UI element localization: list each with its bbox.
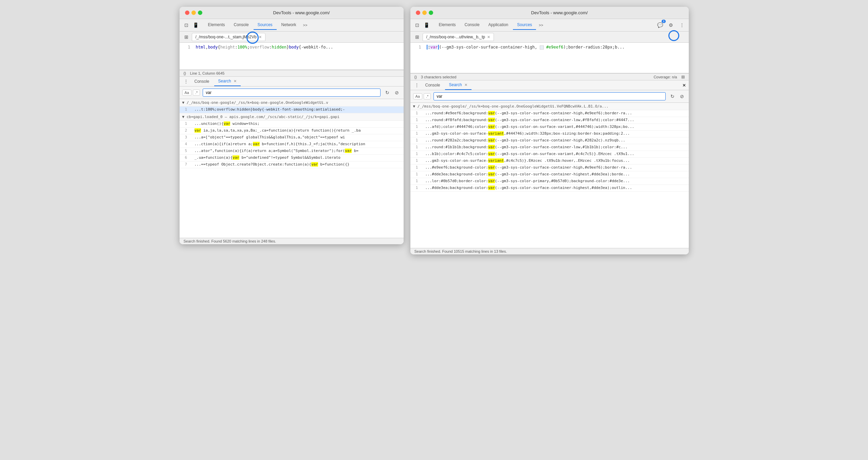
right-result-row-8[interactable]: 1 ...gm3-sys-color-on-surface-variant,#c… xyxy=(410,158,689,165)
right-result-row-11[interactable]: 1 ...lor:#0b57d0;border-color:var(--gm3-… xyxy=(410,178,689,185)
code-line-1: 1 html,body{height:100%;overflow:hidden}… xyxy=(180,43,404,52)
right-toolbar: ⊡ 📱 Elements Console Application Sources… xyxy=(410,19,689,32)
inspect-icon[interactable]: ⊡ xyxy=(182,21,190,29)
left-result-file-2[interactable]: ▼ cb=gapi.loaded_0 — apis.google.com/_/s… xyxy=(180,113,404,121)
right-refresh-btn[interactable]: ↻ xyxy=(668,93,677,100)
right-result-row-4[interactable]: 1 ...gm3-sys-color-on-surface-variant,#4… xyxy=(410,131,689,137)
left-search-close[interactable]: ✕ xyxy=(234,79,237,83)
left-search-options: Aa .* xyxy=(182,90,200,96)
right-inspect-icon[interactable]: ⊡ xyxy=(413,21,421,29)
right-clear-btn[interactable]: ⊘ xyxy=(678,93,686,100)
right-code-area: 1 :var(--gm3-sys-color-surface-container… xyxy=(410,43,689,73)
right-file-tab-close[interactable]: ✕ xyxy=(487,35,490,39)
close-button[interactable] xyxy=(185,11,189,15)
maximize-button[interactable] xyxy=(198,11,202,15)
left-result-row-2-6[interactable]: 6 _.ua=function(a){var b="undefined"!=ty… xyxy=(180,155,404,161)
tab-network[interactable]: Network xyxy=(277,20,300,30)
right-file-tab-name: /_/mss/boq-one-...uthview,_b,_tp xyxy=(426,35,485,39)
right-more-icon[interactable]: ⋮ xyxy=(678,21,686,29)
right-panel-tab-search[interactable]: Search ✕ xyxy=(445,80,472,90)
right-window-title: DevTools - www.google.com/ xyxy=(436,10,683,15)
right-search-results: ▼ /_/mss/boq-one-google/_/ss/k=boq-one-g… xyxy=(410,103,689,248)
right-search-input-wrap xyxy=(433,92,665,100)
right-search-input[interactable] xyxy=(433,92,665,100)
right-maximize-button[interactable] xyxy=(429,11,433,15)
right-toolbar-right: 💬 8 ⚙ ⋮ xyxy=(656,21,686,29)
left-search-input-wrap xyxy=(203,89,380,97)
right-chat-icon[interactable]: 💬 8 xyxy=(656,21,664,29)
tab-console[interactable]: Console xyxy=(230,20,253,30)
left-panel-tab-console[interactable]: Console xyxy=(190,77,214,86)
right-device-icon[interactable]: 📱 xyxy=(423,21,431,29)
left-search-footer: Search finished. Found 5620 matching lin… xyxy=(180,238,404,244)
right-file-tab[interactable]: /_/mss/boq-one-...uthview,_b,_tp ✕ xyxy=(423,33,494,41)
right-tab-more[interactable]: >> xyxy=(537,22,545,28)
left-panel-menu-icon[interactable]: ⋮ xyxy=(182,77,190,86)
left-panel-tab-search[interactable]: Search ✕ xyxy=(214,77,241,86)
right-result-row-12[interactable]: 1 ...#dde3ea;background-color:var(--gm3-… xyxy=(410,185,689,192)
color-swatch xyxy=(540,45,544,50)
left-refresh-btn[interactable]: ↻ xyxy=(383,89,391,96)
right-search-bar: Aa .* ↻ ⊘ xyxy=(410,90,689,103)
right-coverage: Coverage: n/a xyxy=(653,75,677,79)
left-result-row-2-5[interactable]: 5 ...ator",function(a){if(a)return a;a=S… xyxy=(180,148,404,155)
right-close-button[interactable] xyxy=(416,11,420,15)
left-result-row-2-7[interactable]: 7 ...==typeof Object.create?Object.creat… xyxy=(180,161,404,168)
right-result-row-10[interactable]: 1 ...#dde3ea;background-color:var(--gm3-… xyxy=(410,171,689,178)
left-clear-btn[interactable]: ⊘ xyxy=(393,89,401,96)
left-traffic-lights xyxy=(185,11,202,15)
left-result-row-2-4[interactable]: 4 ...ction(a){if(a)return a;var b=functi… xyxy=(180,141,404,148)
left-title-bar: DevTools - www.google.com/ xyxy=(180,7,404,19)
left-regex-btn[interactable]: .* xyxy=(193,90,200,96)
left-result-row-2-3[interactable]: 3 ...a=["object"==typeof globalThis&&glo… xyxy=(180,134,404,141)
left-toolbar: ⊡ 📱 Elements Console Sources Network >> xyxy=(180,19,404,32)
right-bottom-panel: ⋮ Console Search ✕ ✕ Aa .* ↻ ⊘ ▼ /_/m xyxy=(410,80,689,254)
right-search-close[interactable]: ✕ xyxy=(464,83,467,87)
sidebar-toggle-icon[interactable]: ⊞ xyxy=(182,33,190,41)
right-coverage-icon: ▤ xyxy=(681,75,685,79)
right-result-row-6[interactable]: 1 ...round:#1b1b1b;background:var(--gm3-… xyxy=(410,144,689,151)
tab-elements[interactable]: Elements xyxy=(204,20,229,30)
left-status-bar: {} Line 1, Column 6645 xyxy=(180,70,404,76)
left-result-file-1[interactable]: ▼ /_/mss/boq-one-google/_/ss/k=boq-one-g… xyxy=(180,99,404,107)
left-search-actions: ↻ ⊘ xyxy=(383,89,401,96)
left-case-sensitive-btn[interactable]: Aa xyxy=(182,90,191,96)
right-status-bar: {} 3 characters selected Coverage: n/a ▤ xyxy=(410,73,689,80)
right-tab-elements[interactable]: Elements xyxy=(435,20,460,30)
left-file-tab-close[interactable]: ✕ xyxy=(259,35,262,39)
right-minimize-button[interactable] xyxy=(422,11,427,15)
right-result-row-9[interactable]: 1 ...#e9eef6;background-color:var(--gm3-… xyxy=(410,165,689,171)
left-bracket-icon: {} xyxy=(184,71,186,75)
left-search-input[interactable] xyxy=(203,89,380,97)
right-result-row-7[interactable]: 1 ...b1b);color:#c4c7c5;color:var(--gm3-… xyxy=(410,151,689,158)
right-result-row-3[interactable]: 1 ...afd);color:#444746;color:var(--gm3-… xyxy=(410,124,689,131)
right-tab-sources[interactable]: Sources xyxy=(513,20,536,30)
tab-sources[interactable]: Sources xyxy=(254,20,277,30)
right-sidebar-toggle-icon[interactable]: ⊞ xyxy=(413,33,421,41)
right-panel-menu-icon[interactable]: ⋮ xyxy=(413,80,421,90)
right-search-options: Aa .* xyxy=(413,93,431,99)
right-panel-close-btn[interactable]: ✕ xyxy=(682,83,686,88)
right-tab-console[interactable]: Console xyxy=(461,20,484,30)
minimize-button[interactable] xyxy=(191,11,196,15)
left-result-row-2-1[interactable]: 1 ...unction(){var window=this; xyxy=(180,121,404,128)
left-search-results: ▼ /_/mss/boq-one-google/_/ss/k=boq-one-g… xyxy=(180,99,404,238)
left-tab-bar: Elements Console Sources Network >> xyxy=(201,20,312,30)
right-tab-application[interactable]: Application xyxy=(484,20,513,30)
left-result-row-2-2[interactable]: 2 var ia,ja,la,sa,ta,xa,ya,Ba;_.ca=funct… xyxy=(180,128,404,134)
right-traffic-lights xyxy=(416,11,433,15)
device-icon[interactable]: 📱 xyxy=(192,21,200,29)
right-case-sensitive-btn[interactable]: Aa xyxy=(413,93,422,99)
right-settings-icon[interactable]: ⚙ xyxy=(667,21,675,29)
left-result-row-1-1[interactable]: 1 ...t:100%;overflow:hidden}body{-webkit… xyxy=(180,107,404,113)
right-panel-tab-console[interactable]: Console xyxy=(421,81,444,90)
right-result-file[interactable]: ▼ /_/mss/boq-one-google/_/ss/k=boq-one-g… xyxy=(410,103,689,110)
right-regex-btn[interactable]: .* xyxy=(424,93,431,99)
left-search-bar: Aa .* ↻ ⊘ xyxy=(180,87,404,99)
right-result-row-5[interactable]: 1 ...round:#282a2c;background:var(--gm3-… xyxy=(410,137,689,144)
var-highlight-box: :var xyxy=(427,45,439,50)
right-result-row-1[interactable]: 1 ...round:#e9eef6;background:var(--gm3-… xyxy=(410,110,689,117)
right-result-row-2[interactable]: 1 ...round:#f8fafd;background:var(--gm3-… xyxy=(410,117,689,124)
left-file-tab-bar: ⊞ /_/mss/boq-one-...t,_stam,jMb2Vb ✕ xyxy=(180,32,404,43)
tab-more[interactable]: >> xyxy=(301,22,310,28)
